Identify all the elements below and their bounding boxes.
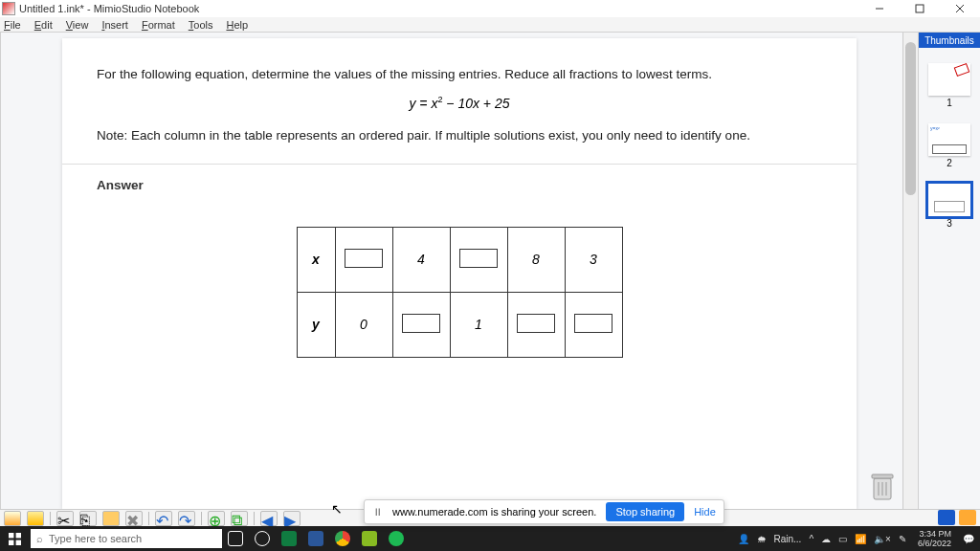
share-message: www.numerade.com is sharing your screen. (392, 506, 596, 518)
next-icon[interactable]: ▶ (283, 511, 301, 526)
taskbar: ⌕ Type here to search 👤 🌧 Rain... ^ ☁ ▭ … (0, 526, 980, 551)
thumbnails-header: Thumbnails (919, 33, 980, 48)
start-button[interactable] (0, 526, 29, 551)
taskbar-app-chrome[interactable] (329, 526, 356, 551)
undo-icon[interactable]: ↶ (155, 511, 172, 526)
x-cell-3[interactable] (450, 227, 507, 292)
y-cell-4[interactable] (507, 292, 565, 357)
svg-rect-11 (9, 540, 13, 544)
svg-rect-9 (9, 533, 13, 538)
paste-icon[interactable] (102, 511, 120, 526)
cortana-icon[interactable] (249, 526, 276, 551)
share-banner: ⏸ www.numerade.com is sharing your scree… (364, 499, 724, 524)
view-mode-b[interactable] (959, 510, 976, 525)
taskbar-search[interactable]: ⌕ Type here to search (31, 529, 222, 548)
x-cell-2: 4 (392, 227, 450, 292)
app-icon (2, 2, 15, 15)
svg-rect-1 (916, 5, 924, 12)
workspace: × ▶🔍 ✎T ◧╲ ⚙✖ ✎ ⬛⋯ For the following equ… (0, 33, 980, 509)
divider (62, 164, 857, 165)
svg-rect-5 (872, 474, 893, 478)
answer-table: x 4 8 3 y 0 1 (297, 227, 623, 358)
taskbar-app-word[interactable] (302, 526, 329, 551)
svg-rect-12 (15, 540, 20, 544)
answer-label: Answer (97, 178, 822, 192)
menu-help[interactable]: Help (226, 19, 248, 31)
hide-button[interactable]: Hide (694, 506, 716, 518)
menu-insert[interactable]: Insert (101, 19, 128, 31)
redo-icon[interactable]: ↷ (178, 511, 195, 526)
system-tray: 🌧 Rain... ^ ☁ ▭ 📶 🔈× ✎ 3:34 PM 6/6/2022 … (757, 529, 981, 548)
weather-text[interactable]: Rain... (774, 534, 802, 544)
wifi-icon[interactable]: 📶 (855, 534, 866, 544)
search-placeholder: Type here to search (49, 533, 142, 544)
thumbnail-1[interactable] (928, 63, 970, 96)
y-cell-2[interactable] (392, 292, 450, 357)
battery-icon[interactable]: ▭ (838, 534, 847, 544)
x-label: x (297, 227, 335, 292)
menu-edit[interactable]: Edit (34, 19, 53, 31)
taskbar-app-mimio[interactable] (356, 526, 383, 551)
table-row: x 4 8 3 (297, 227, 622, 292)
prev-icon[interactable]: ◀ (260, 511, 278, 526)
search-icon: ⌕ (36, 533, 43, 544)
toolbar-btn[interactable] (27, 511, 44, 526)
vertical-scrollbar[interactable] (902, 33, 918, 509)
titlebar: Untitled 1.ink* - MimioStudio Notebook (0, 0, 980, 17)
page: For the following equation, determine th… (62, 38, 857, 509)
menubar: File Edit View Insert Format Tools Help (0, 17, 980, 33)
add-page-icon[interactable]: ⊕ (208, 511, 225, 526)
note-text: Note: Each column in the table represent… (97, 128, 822, 143)
x-cell-4: 8 (507, 227, 565, 292)
taskbar-people-icon[interactable]: 👤 (730, 526, 757, 551)
menu-file[interactable]: File (4, 19, 21, 31)
close-button[interactable] (940, 0, 980, 17)
y-cell-5[interactable] (565, 292, 622, 357)
clock[interactable]: 3:34 PM 6/6/2022 (914, 529, 955, 548)
delete-icon[interactable]: ✖ (125, 511, 143, 526)
minimize-button[interactable] (859, 0, 900, 17)
scrollbar-thumb[interactable] (905, 42, 916, 195)
tray-chevron-icon[interactable]: ^ (809, 534, 813, 544)
weather-icon[interactable]: 🌧 (757, 534, 767, 544)
thumbnail-3[interactable] (928, 184, 970, 216)
pen-tray-icon[interactable]: ✎ (899, 534, 906, 544)
window-title: Untitled 1.ink* - MimioStudio Notebook (19, 3, 199, 14)
copy-icon[interactable]: ⎘ (79, 511, 97, 526)
canvas-area[interactable]: For the following equation, determine th… (0, 33, 919, 509)
app-toolbar-right (938, 509, 976, 526)
menu-view[interactable]: View (66, 19, 89, 31)
cut-icon[interactable]: ✂ (56, 511, 74, 526)
thumbnail-2[interactable]: y=x² (928, 123, 970, 156)
menu-format[interactable]: Format (142, 19, 175, 31)
table-row: y 0 1 (297, 292, 622, 357)
maximize-button[interactable] (900, 0, 940, 17)
y-label: y (297, 292, 335, 357)
toolbar-btn[interactable] (4, 511, 21, 526)
view-mode-a[interactable] (938, 510, 955, 525)
trash-icon[interactable] (868, 471, 897, 503)
dup-page-icon[interactable]: ⧉ (231, 511, 248, 526)
task-view-icon[interactable] (222, 526, 249, 551)
thumbnails-panel: Thumbnails 1 y=x² 2 3 (919, 33, 980, 509)
y-cell-3: 1 (450, 292, 507, 357)
cursor-icon: ↖ (331, 501, 343, 517)
stop-sharing-button[interactable]: Stop sharing (606, 502, 684, 521)
instruction-text: For the following equation, determine th… (97, 67, 822, 81)
thumbnail-num-1: 1 (947, 98, 952, 108)
x-cell-1[interactable] (335, 227, 392, 292)
thumbnail-num-3: 3 (947, 218, 952, 229)
y-cell-1: 0 (335, 292, 392, 357)
equation: y = x2 − 10x + 25 (97, 95, 822, 111)
thumbnail-num-2: 2 (947, 158, 952, 168)
menu-tools[interactable]: Tools (189, 19, 213, 31)
notifications-icon[interactable]: 💬 (963, 534, 974, 544)
x-cell-5: 3 (565, 227, 622, 292)
taskbar-app-spotify[interactable] (383, 526, 410, 551)
volume-icon[interactable]: 🔈× (874, 534, 891, 544)
onedrive-icon[interactable]: ☁ (821, 534, 831, 544)
window-controls (859, 0, 980, 17)
svg-rect-10 (15, 533, 20, 538)
taskbar-app-excel[interactable] (276, 526, 302, 551)
